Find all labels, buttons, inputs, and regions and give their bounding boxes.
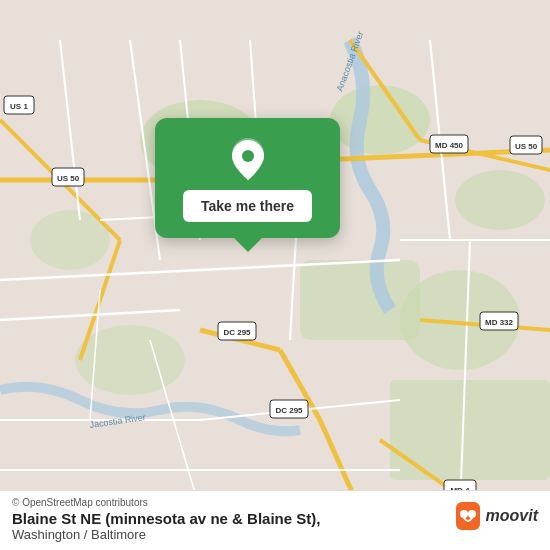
moovit-brand-icon [454, 500, 482, 532]
svg-text:MD 332: MD 332 [485, 318, 514, 327]
svg-text:US 50: US 50 [515, 142, 538, 151]
location-pin-icon [226, 136, 270, 180]
svg-text:US 50: US 50 [57, 174, 80, 183]
moovit-label: moovit [486, 507, 538, 525]
navigation-popup: Take me there [155, 118, 340, 238]
svg-point-2 [330, 85, 430, 155]
svg-point-6 [75, 325, 185, 395]
map-container: US 1 US 50 US 50 MD 450 US 50 DC 295 DC … [0, 0, 550, 550]
svg-text:DC 295: DC 295 [275, 406, 303, 415]
svg-point-62 [468, 510, 476, 518]
svg-text:MD 450: MD 450 [435, 141, 464, 150]
map-background: US 1 US 50 US 50 MD 450 US 50 DC 295 DC … [0, 0, 550, 550]
svg-point-59 [242, 150, 254, 162]
svg-text:US 1: US 1 [10, 102, 28, 111]
moovit-logo: moovit [454, 500, 538, 532]
svg-point-61 [460, 510, 468, 518]
svg-text:DC 295: DC 295 [223, 328, 251, 337]
svg-point-5 [455, 170, 545, 230]
bottom-info-bar: © OpenStreetMap contributors Blaine St N… [0, 490, 550, 550]
take-me-there-button[interactable]: Take me there [183, 190, 312, 222]
svg-rect-60 [456, 502, 480, 530]
